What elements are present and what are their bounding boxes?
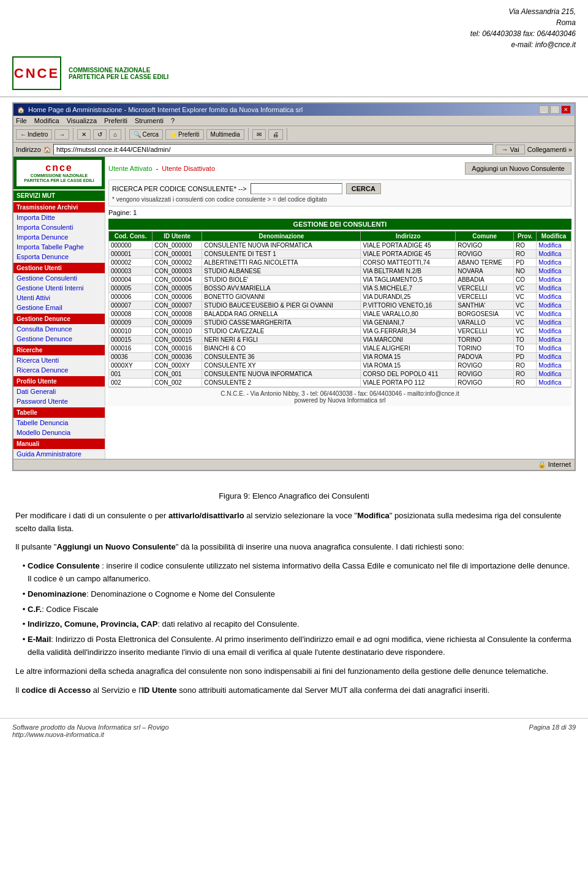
modifica-link[interactable]: Modifica xyxy=(538,345,561,352)
table-cell: 000010 xyxy=(109,327,153,336)
inner-footer-text2: powered by Nuova Informatica srl xyxy=(111,397,569,404)
modifica-link[interactable]: Modifica xyxy=(538,379,561,386)
modifica-link[interactable]: Modifica xyxy=(538,302,561,309)
sidebar-item-esporta-denunce[interactable]: Esporta Denunce xyxy=(13,252,105,262)
modifica-link[interactable]: Modifica xyxy=(537,293,571,301)
modifica-link[interactable]: Modifica xyxy=(538,276,561,283)
modifica-link[interactable]: Modifica xyxy=(537,361,571,370)
modifica-link[interactable]: Modifica xyxy=(538,268,561,274)
favorites-button[interactable]: ⭐ Preferiti xyxy=(165,129,203,140)
browser-toolbar: ← Indietro → ✕ ↺ ⌂ 🔍 Cerca ⭐ Preferiti M… xyxy=(13,126,575,143)
address-input[interactable] xyxy=(53,144,494,155)
browser-window: 🏠 Home Page di Amministrazione - Microso… xyxy=(12,102,576,471)
modifica-link[interactable]: Modifica xyxy=(537,276,571,284)
menu-help[interactable]: ? xyxy=(171,117,175,124)
sidebar-item-importa-tabelle[interactable]: Importa Tabelle Paghe xyxy=(13,242,105,252)
modifica-link[interactable]: Modifica xyxy=(537,310,571,319)
sidebar-item-gestione-utenti-interni[interactable]: Gestione Utenti Interni xyxy=(13,283,105,293)
sidebar-item-ricerca-denunce[interactable]: Ricerca Denunce xyxy=(13,365,105,375)
modifica-link[interactable]: Modifica xyxy=(538,251,561,257)
modifica-link[interactable]: Modifica xyxy=(537,259,571,267)
sidebar-item-ricerca-utenti[interactable]: Ricerca Utenti xyxy=(13,355,105,365)
print-button[interactable]: 🖨 xyxy=(268,129,283,140)
sidebar-item-password-utente[interactable]: Password Utente xyxy=(13,396,105,406)
table-cell: CON_000005 xyxy=(153,284,202,293)
pagine-info: Pagine: 1 xyxy=(108,209,571,216)
mail-button[interactable]: ✉ xyxy=(252,129,266,140)
modifica-link[interactable]: Modifica xyxy=(537,284,571,293)
search-input[interactable] xyxy=(251,183,342,194)
sidebar-section-gestione-denunce-header: Gestione Denunce xyxy=(13,314,105,324)
collegamenti-button[interactable]: Collegamenti » xyxy=(527,146,572,153)
table-cell: 000015 xyxy=(109,336,153,344)
cerca-button[interactable]: CERCA xyxy=(346,183,381,194)
modifica-link[interactable]: Modifica xyxy=(537,267,571,276)
table-cell: VIALE PORTA ADIGE 45 xyxy=(361,241,456,250)
sidebar-item-dati-generali[interactable]: Dati Generali xyxy=(13,387,105,396)
menu-strumenti[interactable]: Strumenti xyxy=(135,117,164,124)
menu-visualizza[interactable]: Visualizza xyxy=(67,117,97,124)
modifica-link[interactable]: Modifica xyxy=(538,319,561,326)
sidebar-item-guida-amministratore[interactable]: Guida Amministratore xyxy=(13,449,105,459)
modifica-link[interactable]: Modifica xyxy=(537,327,571,336)
logo-full-name: COMMISSIONE NAZIONALE xyxy=(69,67,168,74)
browser-title-text: Home Page di Amministrazione - Microsoft… xyxy=(28,106,303,113)
sidebar-item-importa-denunce[interactable]: Importa Denunce xyxy=(13,232,105,242)
refresh-button[interactable]: ↺ xyxy=(93,129,107,140)
modifica-link[interactable]: Modifica xyxy=(537,319,571,327)
menu-modifica[interactable]: Modifica xyxy=(34,117,59,124)
modifica-link[interactable]: Modifica xyxy=(537,250,571,259)
sidebar-item-consulta-denunce[interactable]: Consulta Denunce xyxy=(13,324,105,334)
multimedia-button[interactable]: Multimedia xyxy=(206,129,244,140)
modifica-link[interactable]: Modifica xyxy=(537,301,571,310)
table-cell: NERI NERI & FIGLI xyxy=(202,336,361,344)
aggiungi-consulente-button[interactable]: Aggiungi un Nuovo Consulente xyxy=(465,162,571,175)
vai-button[interactable]: → Vai xyxy=(496,145,524,154)
modifica-link[interactable]: Modifica xyxy=(537,379,571,387)
modifica-link[interactable]: Modifica xyxy=(537,344,571,353)
browser-address-bar: Indirizzo 🏠 → Vai Collegamenti » xyxy=(13,143,575,157)
inner-footer-text1: C.N.C.E. - Via Antonio Nibby, 3 - tel: 0… xyxy=(111,390,569,397)
sidebar-item-importa-ditte[interactable]: Importa Ditte xyxy=(13,213,105,222)
table-row: 000010CON_000010STUDIO CAVEZZALEVIA G.FE… xyxy=(109,327,571,336)
modifica-link[interactable]: Modifica xyxy=(538,311,561,317)
modifica-link[interactable]: Modifica xyxy=(538,328,561,334)
menu-preferiti[interactable]: Preferiti xyxy=(104,117,127,124)
modifica-link[interactable]: Modifica xyxy=(538,259,561,266)
search-button[interactable]: 🔍 Cerca xyxy=(129,129,163,140)
back-button[interactable]: ← Indietro xyxy=(16,129,52,140)
sidebar-item-gestione-consulenti[interactable]: Gestione Consulenti xyxy=(13,273,105,283)
table-cell: CONSULENTE 36 xyxy=(202,353,361,361)
sidebar-item-modello-denuncia[interactable]: Modello Denuncia xyxy=(13,428,105,437)
sidebar-section-tabelle-header: Tabelle xyxy=(13,407,105,418)
sidebar-item-tabelle-denuncia[interactable]: Tabelle Denuncia xyxy=(13,418,105,428)
header-address: Via Alessandria 215, Roma tel: 06/440303… xyxy=(470,6,576,50)
close-button[interactable]: ✕ xyxy=(561,105,571,114)
sidebar-item-gestione-email[interactable]: Gestione Email xyxy=(13,303,105,312)
minimize-button[interactable]: _ xyxy=(539,105,549,114)
modifica-link[interactable]: Modifica xyxy=(538,362,561,369)
table-cell: TORINO xyxy=(456,344,514,353)
table-cell: VIA BELTRAMI N.2/B xyxy=(361,267,456,276)
sidebar-item-utenti-attivi[interactable]: Utenti Attivi xyxy=(13,293,105,303)
sidebar-item-gestione-denunce[interactable]: Gestione Denunce xyxy=(13,334,105,344)
address-line4: e-mail: info@cnce.it xyxy=(511,40,576,49)
modifica-link[interactable]: Modifica xyxy=(538,293,561,300)
modifica-link[interactable]: Modifica xyxy=(538,371,561,377)
table-cell: VC xyxy=(514,319,537,327)
forward-button[interactable]: → xyxy=(55,129,69,140)
modifica-link[interactable]: Modifica xyxy=(538,242,561,249)
menu-file[interactable]: File xyxy=(16,117,27,124)
stop-button[interactable]: ✕ xyxy=(77,129,91,140)
modifica-link[interactable]: Modifica xyxy=(538,285,561,292)
maximize-button[interactable]: □ xyxy=(550,105,560,114)
modifica-link[interactable]: Modifica xyxy=(537,336,571,344)
modifica-link[interactable]: Modifica xyxy=(538,336,561,343)
modifica-link[interactable]: Modifica xyxy=(537,353,571,361)
modifica-link[interactable]: Modifica xyxy=(538,353,561,360)
modifica-link[interactable]: Modifica xyxy=(537,241,571,250)
modifica-link[interactable]: Modifica xyxy=(537,370,571,379)
home-button[interactable]: ⌂ xyxy=(109,129,121,140)
table-row: 000009CON_000009STUDIO CASSE'MARGHERITAV… xyxy=(109,319,571,327)
sidebar-item-importa-consulenti[interactable]: Importa Consulenti xyxy=(13,222,105,232)
